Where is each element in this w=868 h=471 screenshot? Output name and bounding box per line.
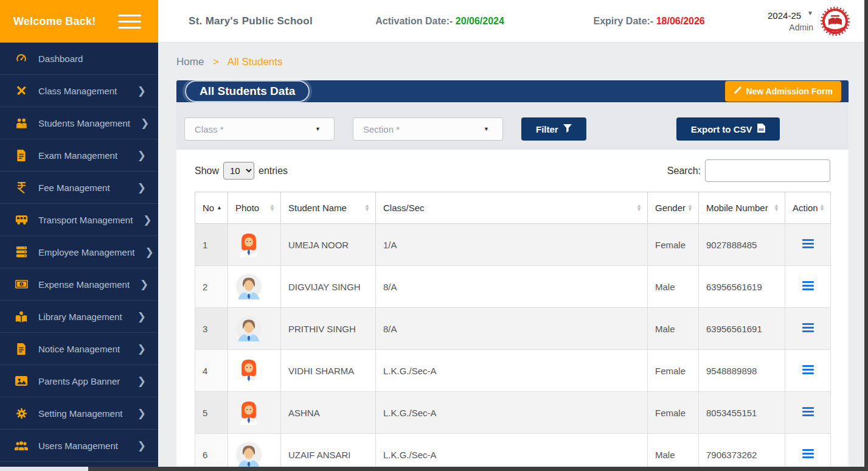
sidebar-item-dashboard[interactable]: Dashboard ❯	[0, 43, 158, 75]
reader-icon	[15, 310, 28, 323]
sort-icon: ▲▼	[364, 204, 370, 211]
breadcrumb-current: All Students	[227, 56, 283, 68]
class-tools-icon	[15, 85, 28, 97]
column-header-no[interactable]: No▲▼	[195, 192, 228, 224]
chevron-right-icon: ❯	[137, 310, 146, 323]
column-header-class-sec[interactable]: Class/Sec▲▼	[376, 192, 648, 224]
server-icon	[15, 246, 28, 258]
table-header-row: No▲▼Photo▲▼Student Name▲▼Class/Sec▲▼Gend…	[195, 192, 831, 224]
class-select[interactable]: Class * ▼	[184, 117, 335, 141]
male-student-avatar	[235, 273, 273, 300]
users-icon	[15, 439, 28, 452]
expiry-date: Expiry Date:- 18/06/2026	[594, 16, 705, 27]
chevron-right-icon: ❯	[141, 117, 149, 130]
horizontal-scrollbar[interactable]	[0, 467, 868, 471]
gear-icon	[15, 407, 28, 419]
student-row: 2 DIGVIJAY SINGH 8/A Male 63956561619	[195, 266, 831, 308]
role-label: Admin	[768, 22, 813, 33]
sort-icon: ▲▼	[269, 204, 275, 211]
main-content: Home > All Students All Students Data Ne…	[158, 43, 868, 471]
rupee-icon	[15, 181, 28, 194]
csv-file-icon	[757, 124, 765, 134]
student-row: 4 VIDHI SHARMA L.K.G./Sec-A Female 95488…	[195, 350, 831, 392]
female-student-avatar	[235, 399, 273, 426]
student-row: 5 ASHNA L.K.G./Sec-A Female 8053455151	[195, 392, 831, 434]
search-input[interactable]	[705, 159, 830, 182]
chevron-right-icon: ❯	[137, 343, 146, 355]
money-icon: 1	[15, 278, 28, 290]
entries-control: Show 10 entries	[195, 162, 288, 180]
students-icon	[15, 117, 28, 129]
female-student-avatar	[235, 357, 273, 384]
sidebar-item-employee-management[interactable]: Employee Management ❯	[0, 236, 158, 268]
row-action-menu-button[interactable]	[799, 322, 818, 335]
chevron-right-icon: ❯	[137, 181, 146, 194]
school-name: St. Mary's Public School	[189, 15, 313, 27]
school-logo	[821, 7, 850, 36]
entries-select[interactable]: 10	[223, 162, 254, 180]
sidebar-header: Welcome Back!	[0, 0, 158, 43]
sidebar-item-setting-management[interactable]: Setting Management ❯	[0, 397, 158, 430]
sidebar-menu: Dashboard ❯ Class Management ❯ Students …	[0, 43, 158, 471]
top-bar: Welcome Back! St. Mary's Public School A…	[0, 0, 868, 43]
new-admission-form-button[interactable]: New Admission Form	[725, 81, 841, 102]
session-selector[interactable]: 2024-25▼ Admin	[768, 9, 813, 33]
chevron-right-icon: ❯	[137, 375, 146, 388]
document-icon	[15, 343, 28, 355]
license-dates: Activation Date:- 20/06/2024 Expiry Date…	[313, 16, 768, 27]
app-window: Welcome Back! St. Mary's Public School A…	[0, 0, 868, 471]
male-student-avatar	[235, 315, 273, 342]
chevron-down-icon: ▼	[484, 126, 489, 132]
header-bar: St. Mary's Public School Activation Date…	[158, 0, 868, 43]
document-icon	[15, 149, 28, 161]
pen-icon	[734, 86, 741, 96]
sidebar-item-transport-management[interactable]: Transport Management ❯	[0, 204, 158, 236]
sort-icon: ▲▼	[774, 204, 779, 211]
sidebar-item-class-management[interactable]: Class Management ❯	[0, 75, 158, 107]
student-row: 6 UZAIF ANSARI L.K.G./Sec-A Male 7906373…	[195, 434, 831, 471]
row-action-menu-button[interactable]	[799, 238, 818, 251]
male-student-avatar	[235, 441, 273, 468]
sidebar-item-expense-management[interactable]: 1 Expense Management ❯	[0, 268, 158, 301]
sort-icon: ▲▼	[636, 204, 642, 211]
svg-text:1: 1	[20, 282, 23, 286]
search-control: Search:	[667, 159, 830, 182]
chevron-right-icon: ❯	[143, 214, 151, 226]
sort-icon: ▲▼	[687, 204, 693, 211]
page-title: All Students Data	[185, 80, 310, 102]
sidebar-item-library-management[interactable]: Library Management ❯	[0, 301, 158, 333]
sidebar-item-exam-management[interactable]: Exam Management ❯	[0, 139, 158, 172]
hamburger-menu-icon[interactable]	[118, 15, 141, 29]
student-row: 1 UMEJA NOOR 1/A Female 9027888485	[195, 224, 831, 266]
sidebar-item-students-management[interactable]: Students Management ❯	[0, 107, 158, 139]
section-select[interactable]: Section * ▼	[353, 117, 503, 141]
sidebar-item-notice-management[interactable]: Notice Management ❯	[0, 333, 158, 365]
column-header-action[interactable]: Action▲▼	[785, 192, 831, 224]
row-action-menu-button[interactable]	[799, 280, 818, 293]
sidebar-item-users-management[interactable]: Users Management ❯	[0, 430, 158, 462]
welcome-text: Welcome Back!	[13, 15, 95, 28]
export-csv-button[interactable]: Export to CSV	[676, 117, 780, 141]
row-action-menu-button[interactable]	[799, 364, 818, 377]
vertical-scrollbar[interactable]	[864, 0, 868, 471]
chevron-right-icon: ❯	[137, 149, 146, 162]
column-header-gender[interactable]: Gender▲▼	[648, 192, 699, 224]
column-header-mobile-number[interactable]: Mobile Number▲▼	[699, 192, 785, 224]
filter-button[interactable]: Filter	[521, 117, 586, 141]
sidebar-item-fee-management[interactable]: Fee Management ❯	[0, 172, 158, 204]
funnel-icon	[563, 124, 572, 134]
row-action-menu-button[interactable]	[799, 406, 818, 419]
student-row: 3 PRITHIV SINGH 8/A Male 63956561691	[195, 308, 831, 350]
filter-bar: Class * ▼ Section * ▼ Filter Expor	[176, 102, 849, 150]
bus-icon	[15, 214, 28, 226]
panel-header: All Students Data New Admission Form	[176, 80, 849, 102]
column-header-photo[interactable]: Photo▲▼	[228, 192, 281, 224]
breadcrumb-home-link[interactable]: Home	[176, 56, 204, 68]
students-table: No▲▼Photo▲▼Student Name▲▼Class/Sec▲▼Gend…	[195, 192, 831, 471]
column-header-student-name[interactable]: Student Name▲▼	[281, 192, 376, 224]
sidebar-item-parents-app-banner[interactable]: Parents App Banner ❯	[0, 365, 158, 397]
table-card: Show 10 entries Search: No▲▼Photo▲▼Stude…	[176, 150, 849, 471]
chevron-down-icon: ▼	[315, 126, 321, 132]
row-action-menu-button[interactable]	[799, 448, 818, 461]
activation-date: Activation Date:- 20/06/2024	[375, 16, 504, 27]
